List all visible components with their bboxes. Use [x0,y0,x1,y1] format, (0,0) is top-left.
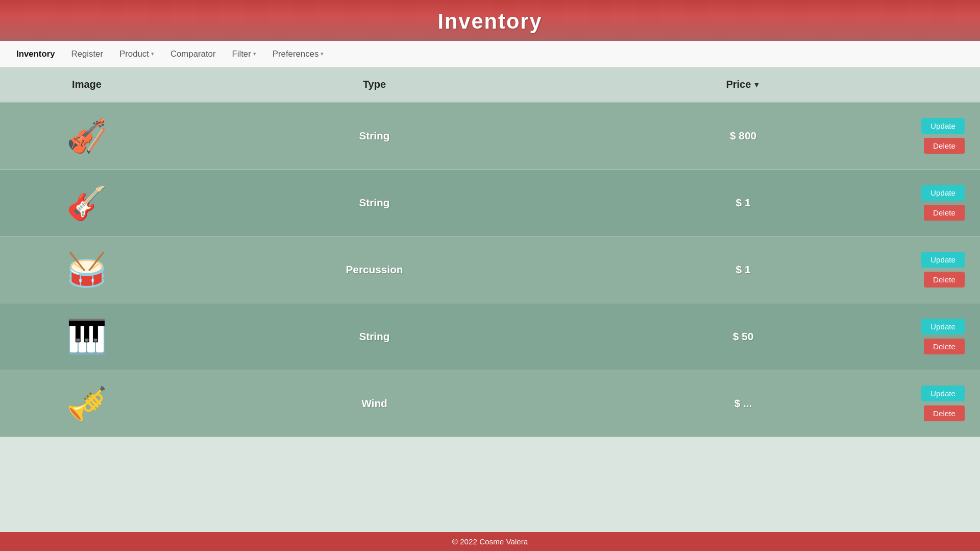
col-header-price[interactable]: Price ▼ [575,67,911,102]
app-footer: © 2022 Cosme Valera [0,532,980,551]
col-header-type: Type [174,67,575,102]
instrument-image-cell: 🎻 [0,102,174,170]
instrument-emoji: 🎸 [64,180,110,226]
update-button[interactable]: Update [921,386,965,401]
table-row: 🎹 String $ 50 Update Delete [0,303,980,370]
instrument-price-cell: $ 1 [575,236,911,303]
delete-button[interactable]: Delete [924,339,965,354]
action-buttons: Update Delete [921,386,970,421]
instrument-type-cell: String [174,170,575,236]
action-cell: Update Delete [911,102,980,170]
action-cell: Update Delete [911,303,980,370]
instrument-emoji: 🎹 [64,314,110,360]
table-header-row: Image Type Price ▼ [0,67,980,102]
action-buttons: Update Delete [921,118,970,154]
table-row: 🥁 Percussion $ 1 Update Delete [0,236,980,303]
nav-label-preferences: Preferences [273,49,318,59]
action-buttons: Update Delete [921,319,970,354]
nav-label-product: Product [119,49,149,59]
nav-label-filter: Filter [232,49,251,59]
instrument-price-cell: $ 1 [575,170,911,236]
nav-item-register[interactable]: Register [65,42,110,66]
inventory-table: Image Type Price ▼ 🎻 String [0,67,980,437]
action-cell: Update Delete [911,370,980,437]
action-buttons: Update Delete [921,252,970,288]
instrument-price-cell: $ 50 [575,303,911,370]
col-header-image: Image [0,67,174,102]
table-row: 🎻 String $ 800 Update Delete [0,102,980,170]
table-body: 🎻 String $ 800 Update Delete 🎸 String $ … [0,102,980,437]
instrument-emoji: 🎻 [64,113,110,159]
nav-item-filter[interactable]: Filter ▾ [226,42,262,66]
action-cell: Update Delete [911,170,980,236]
instrument-price-cell: $ ... [575,370,911,437]
nav-item-preferences[interactable]: Preferences ▾ [266,42,330,66]
table-row: 🎺 Wind $ ... Update Delete [0,370,980,437]
table-row: 🎸 String $ 1 Update Delete [0,170,980,236]
nav-item-product[interactable]: Product ▾ [113,42,160,66]
update-button[interactable]: Update [921,319,965,334]
col-header-actions [911,67,980,102]
app-header: Inventory [0,0,980,41]
instrument-type-cell: Wind [174,370,575,437]
update-button[interactable]: Update [921,252,965,268]
app-title: Inventory [0,9,980,34]
instrument-type-cell: String [174,303,575,370]
update-button[interactable]: Update [921,185,965,201]
delete-button[interactable]: Delete [924,405,965,421]
nav-label-register: Register [71,49,104,59]
instrument-image-cell: 🎺 [0,370,174,437]
preferences-dropdown-icon: ▾ [321,51,324,57]
nav-label-inventory: Inventory [16,49,55,59]
product-dropdown-icon: ▾ [151,51,154,57]
instrument-type-cell: Percussion [174,236,575,303]
update-button[interactable]: Update [921,118,965,134]
price-sort-icon: ▼ [753,81,760,89]
action-cell: Update Delete [911,236,980,303]
delete-button[interactable]: Delete [924,205,965,221]
instrument-image-cell: 🥁 [0,236,174,303]
nav-item-comparator[interactable]: Comparator [164,42,222,66]
instrument-emoji: 🥁 [64,247,110,293]
main-content: Image Type Price ▼ 🎻 String [0,67,980,532]
delete-button[interactable]: Delete [924,272,965,288]
nav-item-inventory[interactable]: Inventory [10,42,61,66]
delete-button[interactable]: Delete [924,138,965,154]
instrument-emoji: 🎺 [64,380,110,426]
action-buttons: Update Delete [921,185,970,221]
navbar: Inventory Register Product ▾ Comparator … [0,41,980,67]
filter-dropdown-icon: ▾ [253,51,256,57]
instrument-image-cell: 🎸 [0,170,174,236]
instrument-price-cell: $ 800 [575,102,911,170]
instrument-image-cell: 🎹 [0,303,174,370]
instrument-type-cell: String [174,102,575,170]
nav-label-comparator: Comparator [170,49,216,59]
footer-text: © 2022 Cosme Valera [452,537,528,546]
